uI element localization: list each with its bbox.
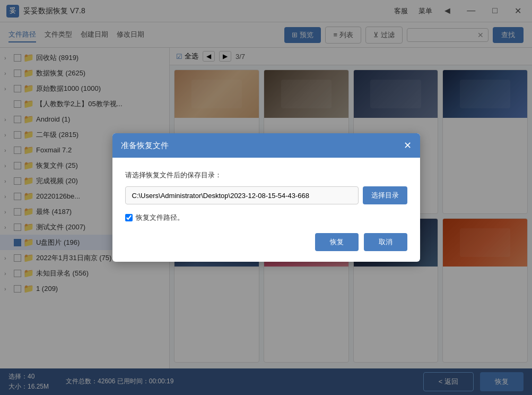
modal-path-input[interactable]	[125, 186, 359, 204]
modal-label: 请选择恢复文件后的保存目录：	[125, 170, 407, 180]
restore-path-label: 恢复文件路径。	[136, 213, 184, 222]
modal-checkbox-row: 恢复文件路径。	[125, 213, 407, 222]
modal-cancel-button[interactable]: 取消	[364, 233, 407, 251]
modal-restore-button[interactable]: 恢复	[315, 233, 359, 251]
modal-dialog: 准备恢复文件 ✕ 请选择恢复文件后的保存目录： 选择目录 恢复文件路径。 恢复 …	[112, 133, 420, 262]
modal-close-button[interactable]: ✕	[404, 140, 412, 151]
modal-path-row: 选择目录	[125, 186, 407, 204]
modal-body: 请选择恢复文件后的保存目录： 选择目录 恢复文件路径。 恢复 取消	[112, 158, 420, 262]
select-dir-button[interactable]: 选择目录	[363, 186, 407, 204]
modal-title: 准备恢复文件	[121, 141, 169, 151]
modal-overlay: 准备恢复文件 ✕ 请选择恢复文件后的保存目录： 选择目录 恢复文件路径。 恢复 …	[0, 0, 532, 395]
restore-path-checkbox[interactable]	[125, 214, 133, 221]
modal-header: 准备恢复文件 ✕	[112, 133, 420, 158]
modal-actions: 恢复 取消	[125, 233, 407, 251]
